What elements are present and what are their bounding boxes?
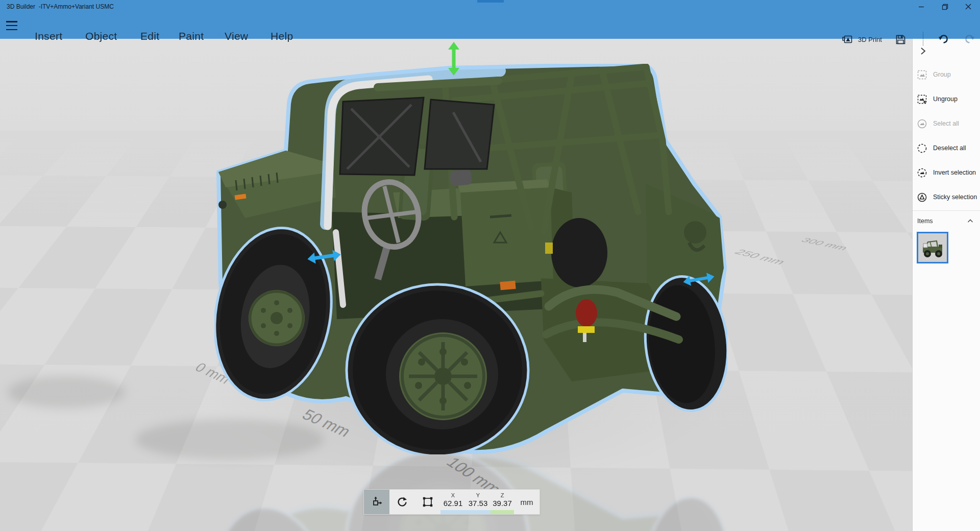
invert-selection-icon <box>917 168 927 178</box>
save-icon <box>895 34 906 45</box>
item-thumbnail-image <box>918 233 947 262</box>
menu-edit[interactable]: Edit <box>140 30 159 42</box>
x-axis-value: 62.91 <box>444 499 463 508</box>
undo-button[interactable] <box>937 27 949 52</box>
save-button[interactable] <box>895 27 906 52</box>
x-axis-label: X <box>451 492 455 498</box>
hamburger-icon <box>6 21 17 22</box>
close-button[interactable] <box>957 0 980 13</box>
move-tool-button[interactable] <box>364 490 389 514</box>
deselect-all-button[interactable]: Deselect all <box>913 136 980 160</box>
invert-selection-label: Invert selection <box>933 169 976 176</box>
x-value-field[interactable]: X 62.91 <box>440 490 465 514</box>
window-title: 3D Builder -ITV+Ammo+Variant USMC <box>7 3 114 10</box>
selection-panel: Group Ungroup Select all Deselect all <box>912 39 980 531</box>
minimize-button[interactable] <box>910 0 933 13</box>
3d-print-label: 3D Print <box>858 36 882 43</box>
chevron-right-icon <box>918 46 927 56</box>
menu-bar: Insert Object Edit Paint View Help 3D Pr… <box>0 13 980 39</box>
deselect-all-label: Deselect all <box>933 144 966 152</box>
rotate-tool-icon <box>396 496 408 508</box>
select-all-icon <box>917 119 927 129</box>
redo-icon <box>964 33 976 45</box>
menu-insert[interactable]: Insert <box>35 30 62 42</box>
menu-paint[interactable]: Paint <box>179 30 204 42</box>
close-icon <box>965 4 971 10</box>
title-bar[interactable]: 3D Builder -ITV+Ammo+Variant USMC <box>0 0 980 13</box>
panel-collapse-button[interactable] <box>917 45 929 57</box>
z-underline <box>491 510 514 514</box>
3d-print-icon <box>842 34 853 44</box>
select-all-label: Select all <box>933 120 959 127</box>
sticky-selection-icon <box>917 192 927 202</box>
chevron-up-icon <box>967 218 974 225</box>
ungroup-label: Ungroup <box>933 95 958 103</box>
restore-icon <box>942 4 948 10</box>
wheel-shadow <box>8 376 125 408</box>
y-axis-label: Y <box>476 492 480 498</box>
ungroup-icon <box>917 94 927 104</box>
item-thumbnail-itv-jeep[interactable] <box>917 232 948 263</box>
deselect-all-icon <box>917 143 927 153</box>
scale-tool-icon <box>422 496 434 508</box>
move-tool-icon <box>371 496 383 508</box>
y-value-field[interactable]: Y 37.53 <box>465 490 491 514</box>
selected-model-itv-jeep[interactable] <box>214 64 727 454</box>
transform-toolbar: X 62.91 Y 37.53 Z 39.37 mm <box>363 489 540 515</box>
titlebar-accent <box>477 0 504 3</box>
z-value-field[interactable]: Z 39.37 <box>491 490 514 514</box>
3d-viewport[interactable]: 0 mm 50 mm 100 mm 250 mm 300 mm <box>0 39 912 531</box>
3d-print-button[interactable]: 3D Print <box>842 27 882 52</box>
scale-tool-button[interactable] <box>415 490 440 514</box>
z-axis-label: Z <box>501 492 504 498</box>
sticky-selection-button[interactable]: Sticky selection <box>913 185 980 209</box>
items-section-header[interactable]: Items <box>913 213 980 229</box>
y-axis-gizmo-arrow[interactable] <box>444 42 463 76</box>
items-header-label: Items <box>917 218 967 225</box>
toolbar-divider <box>923 32 923 46</box>
invert-selection-button[interactable]: Invert selection <box>913 160 980 185</box>
group-button[interactable]: Group <box>913 62 980 87</box>
z-axis-value: 39.37 <box>493 499 512 508</box>
menu-object[interactable]: Object <box>85 30 117 42</box>
window-controls <box>910 0 980 13</box>
y-underline <box>465 510 491 514</box>
rotate-tool-button[interactable] <box>389 490 415 514</box>
select-all-button[interactable]: Select all <box>913 111 980 136</box>
group-icon <box>917 70 927 80</box>
minimize-icon <box>918 4 924 10</box>
undo-icon <box>937 33 949 45</box>
ungroup-button[interactable]: Ungroup <box>913 87 980 111</box>
menu-help[interactable]: Help <box>271 30 293 42</box>
selection-actions: Group Ungroup Select all Deselect all <box>913 62 980 209</box>
panel-divider <box>913 210 980 211</box>
y-axis-value: 37.53 <box>469 499 488 508</box>
group-label: Group <box>933 71 951 78</box>
redo-button[interactable] <box>964 27 976 52</box>
3d-builder-app: { "window": { "title": "3D Builder -ITV+… <box>0 0 980 531</box>
unit-label: mm <box>514 490 540 514</box>
menu-view[interactable]: View <box>225 30 248 42</box>
sticky-selection-label: Sticky selection <box>933 194 977 201</box>
restore-button[interactable] <box>933 0 957 13</box>
hamburger-menu-button[interactable] <box>6 21 17 30</box>
x-underline <box>440 510 465 514</box>
